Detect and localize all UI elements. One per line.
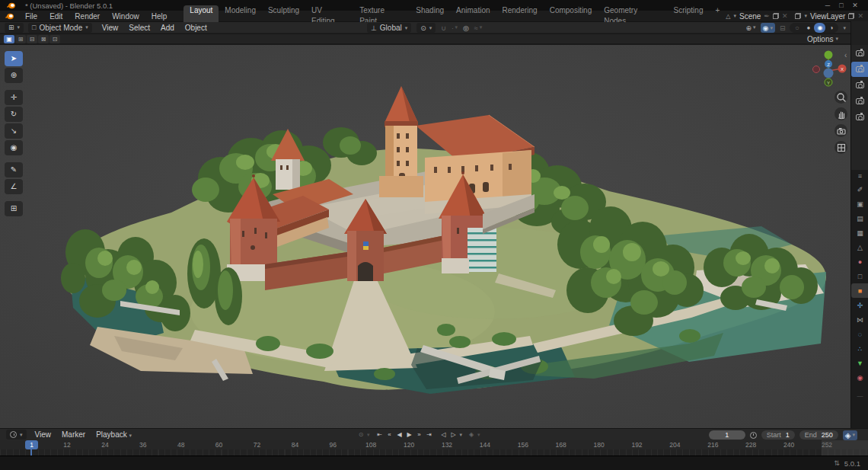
gizmo-axis-ball-neg-x[interactable] (813, 66, 820, 73)
viewport-canvas[interactable] (0, 45, 850, 428)
tool-scale[interactable]: ↘ (5, 123, 23, 139)
properties-tab-data[interactable]: ▼ (851, 356, 868, 370)
pin-icon[interactable]: ✒ (764, 12, 770, 20)
outliner-render-toggle[interactable] (851, 46, 868, 61)
snap-to-selector[interactable]: ∙ ▾ (452, 24, 458, 32)
current-frame-field[interactable]: 1 (709, 430, 745, 440)
snap-magnet-icon[interactable]: ∪ (441, 24, 446, 32)
mode-selector[interactable]: □ Object Mode ▾ (28, 23, 92, 33)
menu-help[interactable]: Help (145, 11, 174, 22)
outliner-render-toggle[interactable] (851, 94, 868, 109)
play-reverse-button[interactable]: ◀ (395, 430, 404, 440)
auto-keyframe-button[interactable]: ⊙ (356, 430, 365, 440)
gizmo-center-ball[interactable] (824, 69, 834, 78)
select-mode-intersect[interactable]: ⊡ (49, 35, 60, 43)
viewport-3d[interactable]: ➤⊕✛↻↘◉✎∠⊞ Z X Y (0, 45, 850, 428)
frame-end-field[interactable]: End 250 (799, 430, 838, 440)
timeline-ruler[interactable]: 1224364860728496108120132144156168180192… (0, 440, 868, 449)
outliner-render-toggle[interactable] (851, 110, 868, 125)
menu-edit[interactable]: Edit (43, 11, 69, 22)
select-mode-invert[interactable]: ⊠ (38, 35, 49, 43)
prev-frame-button[interactable]: ◁ (439, 430, 448, 440)
menu-select[interactable]: Select (123, 24, 155, 32)
delete-scene-icon[interactable]: ✕ (782, 12, 788, 20)
playback-sync-button[interactable]: ◈ ▾ (843, 430, 857, 440)
navigation-gizmo[interactable]: Z X Y (812, 48, 848, 91)
tool-move[interactable]: ✛ (5, 90, 23, 105)
shading-solid[interactable]: ● (803, 23, 814, 33)
properties-tab-particles[interactable]: ∴ (851, 341, 868, 356)
select-mode-set[interactable]: ▣ (4, 35, 14, 43)
tool-measure[interactable]: ∠ (5, 179, 23, 194)
properties-tab-physics[interactable]: ◌ (851, 327, 868, 341)
tool-add-cube[interactable]: ⊞ (5, 201, 23, 216)
properties-tab-world[interactable]: ● (851, 254, 868, 269)
properties-editor-icon[interactable]: ≡ (851, 170, 868, 182)
menu-add[interactable]: Add (155, 24, 180, 32)
transform-orientation-selector[interactable]: ⊥ Global ▾ (367, 23, 411, 33)
shading-dropdown-icon[interactable]: ▾ (843, 25, 846, 31)
options-button[interactable]: Options ▾ (807, 35, 838, 43)
tool-select-box[interactable]: ➤ (5, 51, 23, 66)
blender-app-icon[interactable] (5, 12, 14, 20)
outliner-render-toggle[interactable] (851, 78, 868, 93)
frame-start-field[interactable]: Start 1 (761, 430, 795, 440)
properties-tab-constraints[interactable]: ⋈ (851, 312, 868, 327)
menu-file[interactable]: File (19, 11, 43, 22)
next-keyframe-button[interactable]: » (415, 430, 424, 440)
timeline-menu-view[interactable]: View (30, 430, 57, 439)
shading-wireframe[interactable]: ◌ (791, 23, 803, 33)
pivot-point-selector[interactable]: ⊙ ▾ (416, 23, 436, 33)
close-button[interactable]: ✕ (848, 0, 862, 11)
playhead[interactable]: 1 (25, 440, 38, 449)
scene-selector[interactable]: △ ▾ Scene ✒ ✕ (726, 12, 787, 21)
menu-object[interactable]: Object (180, 24, 212, 32)
sidebar-toggle-arrow[interactable]: ‹ (844, 51, 847, 59)
timeline-track-area[interactable] (0, 449, 868, 456)
toggle-orthographic-button[interactable] (834, 141, 847, 154)
jump-to-start-button[interactable]: ⇤ (375, 430, 385, 440)
menu-window[interactable]: Window (106, 11, 145, 22)
preview-range-icon[interactable] (750, 432, 757, 439)
jump-to-end-button[interactable]: ⇥ (425, 430, 434, 440)
properties-tab-object[interactable]: ■ (851, 283, 868, 298)
maximize-button[interactable]: □ (834, 0, 848, 11)
properties-tab-tool[interactable]: ✐ (851, 182, 868, 197)
select-mode-extend[interactable]: ⊞ (15, 35, 26, 43)
properties-tab-output[interactable]: ▤ (851, 211, 868, 225)
tool-annotate[interactable]: ✎ (5, 162, 23, 177)
gizmo-axis-ball[interactable] (825, 51, 833, 59)
minimize-button[interactable]: ─ (821, 0, 834, 11)
properties-tab-collection[interactable]: □ (851, 269, 868, 283)
next-frame-button[interactable]: ▷ (449, 430, 458, 440)
properties-tab-view-layer[interactable]: ▦ (851, 225, 868, 240)
prev-keyframe-button[interactable]: « (385, 430, 394, 440)
new-scene-icon[interactable] (773, 13, 779, 19)
properties-tab-modifiers[interactable]: ✢ (851, 298, 868, 312)
camera-view-button[interactable] (834, 124, 847, 137)
timeline-editor-type-selector[interactable]: ▾ (6, 430, 27, 440)
delete-view-layer-icon[interactable]: ✕ (857, 12, 863, 20)
timeline-menu-playback[interactable]: Playback ▾ (91, 430, 137, 439)
play-button[interactable]: ▶ (405, 430, 414, 440)
falloff-selector[interactable]: ≈ ▾ (474, 24, 482, 32)
outliner-render-toggle[interactable] (851, 62, 868, 77)
xray-toggle-icon[interactable]: ⊟ (780, 24, 786, 32)
new-view-layer-icon[interactable] (848, 13, 854, 19)
menu-render[interactable]: Render (69, 11, 106, 22)
keying-set-button[interactable]: ◈ (467, 430, 476, 440)
view-layer-selector[interactable]: ▾ ViewLayer ✕ (795, 12, 863, 21)
editor-type-selector[interactable]: ⊞ ▾ (5, 23, 24, 33)
zoom-button[interactable] (834, 91, 847, 104)
properties-tab-scene[interactable]: △ (851, 240, 868, 254)
shading-rendered[interactable]: ◑ (825, 23, 837, 33)
pan-button[interactable] (834, 107, 847, 120)
tool-transform[interactable]: ◉ (5, 140, 23, 155)
timeline-menu-marker[interactable]: Marker (56, 430, 91, 439)
properties-tab-render[interactable]: ▣ (851, 197, 868, 211)
tool-rotate[interactable]: ↻ (5, 107, 23, 122)
shading-material-preview[interactable]: ◉ (814, 23, 825, 33)
proportional-editing-icon[interactable]: ◎ (463, 24, 469, 32)
tool-3d-cursor[interactable]: ⊕ (5, 68, 23, 83)
menu-view[interactable]: View (97, 24, 124, 32)
